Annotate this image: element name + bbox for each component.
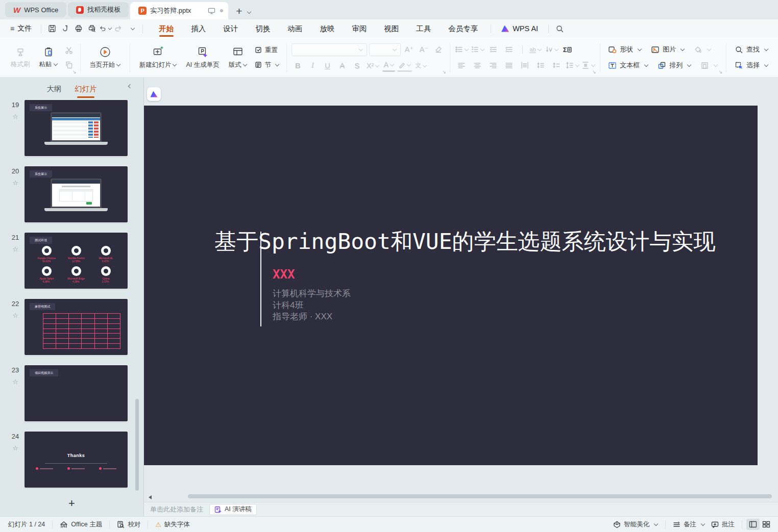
slide-thumbnail-20[interactable]: 20☆ 系统展示	[6, 166, 143, 222]
arrange-button[interactable]: 排列	[654, 59, 695, 71]
print-button[interactable]	[72, 22, 85, 35]
grow-font-button[interactable]: A⁺	[403, 43, 416, 56]
menu-tab-2[interactable]: 插入	[182, 19, 214, 38]
character-spacing-button[interactable]: ab	[529, 43, 543, 56]
slide-thumbnail-22[interactable]: 22☆ 兼容性测试	[6, 299, 143, 355]
menu-tab-5[interactable]: 动画	[279, 19, 311, 38]
animation-star-icon[interactable]: ☆	[12, 113, 18, 120]
menu-tab-10[interactable]: 会员专享	[440, 19, 487, 38]
menu-tab-1[interactable]: 开始	[150, 19, 182, 38]
tab-docer-templates[interactable]: 找稻壳模板	[68, 2, 129, 17]
redo-button[interactable]	[112, 22, 125, 35]
reset-button[interactable]: 重置	[252, 45, 282, 56]
slide-thumbnail-24[interactable]: 24☆ Thanks	[6, 432, 143, 488]
increase-indent-button[interactable]	[502, 43, 516, 56]
section-button[interactable]: 节	[252, 60, 282, 70]
animation-star-icon[interactable]: ☆	[12, 246, 18, 252]
slide-department[interactable]: 计算机科学与技术系	[273, 288, 351, 299]
textbox-button[interactable]: 文本框	[604, 59, 652, 71]
horizontal-scrollbar[interactable]	[188, 494, 772, 498]
replace-button[interactable]: Σ	[561, 43, 574, 56]
align-right-button[interactable]	[487, 59, 500, 71]
proofread-button[interactable]: 校对	[114, 520, 143, 529]
text-direction-button[interactable]	[545, 43, 558, 56]
decrease-indent-button[interactable]	[487, 43, 500, 56]
tab-wps-office[interactable]: W WPS Office	[5, 2, 66, 17]
font-size-select[interactable]	[369, 43, 401, 56]
menu-tab-4[interactable]: 切换	[247, 19, 279, 38]
thumbnail-canvas[interactable]: 兼容性测试	[25, 299, 128, 355]
align-center-button[interactable]	[471, 59, 484, 71]
highlight-button[interactable]	[397, 60, 412, 72]
line-spacing-button[interactable]	[566, 59, 579, 71]
font-color-button[interactable]: A	[382, 60, 395, 72]
menu-tab-9[interactable]: 工具	[407, 19, 440, 38]
slide-author[interactable]: XXX	[273, 267, 295, 282]
menu-tab-6[interactable]: 放映	[311, 19, 343, 38]
font-family-select[interactable]	[291, 43, 367, 56]
strikethrough-button[interactable]: A	[336, 60, 349, 72]
animation-star-icon[interactable]: ☆	[12, 180, 18, 186]
italic-button[interactable]: I	[306, 60, 319, 72]
pinyin-button[interactable]: 文	[414, 60, 428, 72]
panel-scrollbar[interactable]	[135, 399, 139, 491]
shrink-font-button[interactable]: A⁻	[418, 43, 430, 56]
slide-thumbnail-21[interactable]: 21☆ 测试环境 Google Chrome64.02%Mozilla Fire…	[6, 233, 143, 289]
slide-thumbnail-19[interactable]: 19☆ 系统展示	[6, 100, 143, 156]
missing-font-warning[interactable]: ⚠ 缺失字体	[152, 520, 193, 529]
thumbnail-canvas[interactable]: 测试环境 Google Chrome64.02%Mozilla Firefox1…	[25, 233, 128, 289]
undo-button[interactable]	[99, 22, 112, 35]
thumbnail-canvas[interactable]: 系统展示	[25, 166, 128, 222]
layout-button[interactable]: 版式	[224, 44, 252, 71]
normal-view-button[interactable]	[746, 519, 760, 530]
format-painter-button[interactable]: 格式刷	[6, 45, 35, 70]
tab-slides[interactable]: 幻灯片	[75, 84, 97, 94]
shadow-button[interactable]: S	[351, 60, 363, 72]
ai-generate-page-button[interactable]: AI 生成单页	[181, 44, 224, 71]
tab-outline[interactable]: 大纲	[46, 84, 61, 94]
notes-placeholder[interactable]: 单击此处添加备注	[150, 505, 203, 514]
slide-thumbnail-23[interactable]: 23☆ 项目视频演示	[6, 365, 143, 421]
cut-button[interactable]	[62, 45, 76, 56]
slide-advisor[interactable]: 指导老师 · XXX	[273, 311, 332, 322]
distribute-button[interactable]	[518, 59, 532, 71]
monitor-icon[interactable]	[208, 8, 215, 14]
current-slide[interactable]: 基于SpringBoot和VUE的学生选题系统设计与实现 XXX 计算机科学与技…	[144, 106, 758, 465]
increase-paragraph-spacing-button[interactable]	[534, 59, 548, 71]
comments-button[interactable]: 批注	[708, 520, 738, 529]
menu-tab-7[interactable]: 审阅	[343, 19, 375, 38]
search-button[interactable]	[553, 22, 566, 35]
animation-star-icon[interactable]: ☆	[12, 312, 18, 319]
fill-button[interactable]	[690, 44, 715, 56]
slide-title[interactable]: 基于SpringBoot和VUE的学生选题系统设计与实现	[214, 227, 740, 257]
clear-format-button[interactable]	[432, 43, 445, 56]
wps-ai-floating-button[interactable]	[147, 87, 161, 101]
find-button[interactable]: 查找	[731, 43, 772, 56]
add-slide-button[interactable]: +	[68, 498, 75, 509]
thumbnail-canvas[interactable]: 项目视频演示	[25, 365, 128, 421]
picture-button[interactable]: 图片	[647, 43, 688, 56]
group-expander-icon[interactable]: ↘	[72, 69, 77, 74]
thumbnail-canvas[interactable]: Thanks	[25, 432, 128, 488]
paste-button[interactable]: 粘贴	[35, 45, 62, 70]
file-menu-button[interactable]: ≡ 文件	[5, 24, 37, 33]
align-left-button[interactable]	[455, 59, 469, 71]
superscript-button[interactable]: X²	[366, 60, 381, 72]
menu-tab-3[interactable]: 设计	[214, 19, 247, 38]
tab-document[interactable]: P 实习答辩.pptx	[130, 2, 228, 19]
ai-speech-button[interactable]: AI 演讲稿	[209, 504, 257, 515]
collapse-panel-icon[interactable]	[128, 84, 132, 88]
smart-beautify-button[interactable]: 智能美化	[610, 520, 661, 529]
justify-button[interactable]	[502, 59, 516, 71]
new-tab-button[interactable]: +	[236, 6, 242, 16]
copy-button[interactable]	[62, 60, 76, 70]
decrease-paragraph-spacing-button[interactable]	[550, 59, 564, 71]
export-button[interactable]	[59, 22, 72, 35]
play-from-current-button[interactable]: 当页开始	[85, 44, 125, 71]
quick-toolbar-chevron-button[interactable]	[125, 22, 138, 35]
animation-star-icon[interactable]: ☆	[12, 378, 18, 385]
bold-button[interactable]: B	[291, 60, 304, 72]
save-button[interactable]	[45, 22, 59, 35]
notes-button[interactable]: 备注	[670, 520, 708, 529]
slide-class[interactable]: 计科4班	[273, 299, 303, 311]
